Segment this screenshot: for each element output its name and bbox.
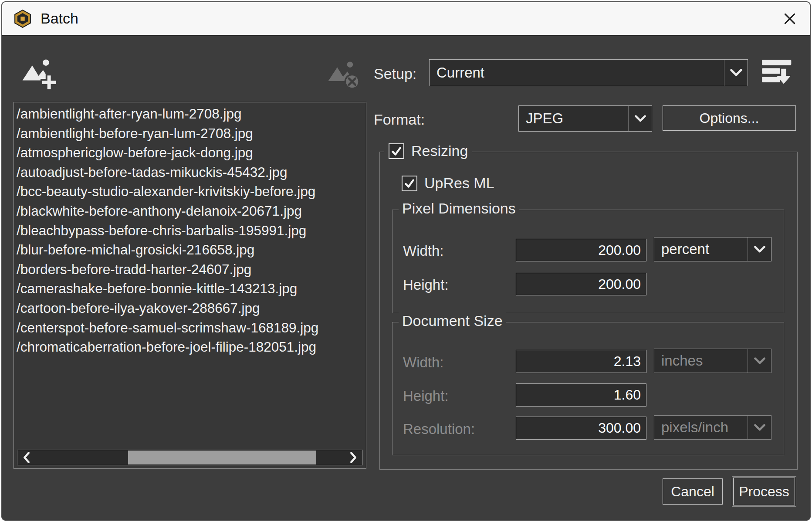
document-size-title: Document Size [402, 312, 503, 329]
process-button[interactable]: Process [733, 478, 795, 505]
doc-width-input [516, 350, 646, 373]
scroll-left-icon[interactable] [17, 450, 36, 465]
window-title: Batch [41, 10, 78, 27]
doc-width-unit-dropdown: inches [654, 349, 771, 373]
file-list-rows: /ambientlight-after-ryan-lum-2708.jpg/am… [14, 104, 366, 357]
chevron-down-icon [748, 349, 771, 373]
pixel-width-label: Width: [403, 243, 444, 259]
doc-height-label: Height: [403, 388, 449, 404]
doc-resolution-unit-value: pixels/inch [654, 419, 748, 436]
close-icon[interactable] [781, 10, 798, 27]
file-list-item[interactable]: /cartoon-before-ilya-yakover-288667.jpg [14, 298, 366, 318]
doc-resolution-label: Resolution: [403, 421, 475, 437]
chevron-down-icon [724, 60, 748, 86]
file-list-item[interactable]: /bleachbypass-before-chris-barbalis-1959… [14, 221, 366, 241]
app-icon [14, 10, 32, 28]
doc-width-unit-value: inches [654, 353, 748, 369]
file-list-item[interactable]: /ambientlight-after-ryan-lum-2708.jpg [14, 104, 366, 124]
scrollbar-thumb[interactable] [128, 451, 316, 464]
upres-ml-checkbox[interactable] [402, 176, 417, 191]
title-bar: Batch [2, 2, 810, 36]
add-files-icon[interactable] [21, 54, 58, 91]
resizing-group: Resizing UpRes ML Pixel Dimensions Width… [379, 152, 798, 470]
chevron-down-icon [748, 237, 771, 261]
format-dropdown-value: JPEG [519, 110, 628, 127]
file-list-item[interactable]: /borders-before-tradd-harter-24607.jpg [14, 260, 366, 279]
options-button[interactable]: Options... [663, 105, 796, 131]
doc-resolution-input [516, 417, 646, 440]
format-dropdown[interactable]: JPEG [518, 105, 652, 132]
pixel-dimensions-group: Pixel Dimensions Width: percent Height: [392, 210, 784, 313]
file-list-item[interactable]: /ambientlight-before-ryan-lum-2708.jpg [14, 124, 366, 143]
resizing-legend: Resizing [384, 142, 472, 159]
doc-width-label: Width: [403, 354, 444, 371]
file-list-item[interactable]: /camerashake-before-bonnie-kittle-143213… [14, 279, 366, 298]
file-list-item[interactable]: /centerspot-before-samuel-scrimshaw-1681… [14, 318, 366, 338]
batch-dialog: Batch Setup: Current [1, 1, 811, 521]
document-size-group: Document Size Width: inches Height: Reso… [392, 322, 784, 455]
file-list-item[interactable]: /atmosphericglow-before-jack-dong.jpg [14, 143, 366, 163]
file-list-item[interactable]: /autoadjust-before-tadas-mikuckis-45432.… [14, 163, 366, 182]
file-list-item[interactable]: /blackwhite-before-anthony-delanoix-2067… [14, 201, 366, 221]
pixel-height-input[interactable] [516, 273, 646, 295]
pixel-width-unit-dropdown[interactable]: percent [654, 237, 771, 261]
setup-label: Setup: [374, 65, 416, 82]
pixel-width-unit-value: percent [654, 241, 748, 258]
file-list-item[interactable]: /chromaticaberration-before-joel-filipe-… [14, 337, 366, 357]
file-list-item[interactable]: /blur-before-michal-grosicki-216658.jpg [14, 240, 366, 260]
doc-height-input [516, 383, 646, 407]
scrollbar-track[interactable] [36, 450, 344, 465]
file-list[interactable]: /ambientlight-after-ryan-lum-2708.jpg/am… [14, 102, 366, 469]
scroll-right-icon[interactable] [344, 450, 362, 465]
remove-file-icon [327, 57, 361, 91]
upres-ml-label: UpRes ML [424, 175, 494, 192]
resizing-label: Resizing [411, 142, 468, 159]
save-preset-icon[interactable] [761, 57, 793, 89]
document-size-legend: Document Size [399, 312, 506, 329]
setup-dropdown-value: Current [430, 64, 724, 81]
dialog-body: Setup: Current /ambientlight-after-ryan-… [2, 37, 810, 520]
pixel-dimensions-title: Pixel Dimensions [402, 200, 516, 217]
pixel-width-input[interactable] [516, 239, 646, 261]
upres-row: UpRes ML [402, 175, 494, 192]
pixel-height-label: Height: [403, 277, 449, 293]
chevron-down-icon [748, 416, 771, 439]
format-label: Format: [374, 111, 425, 128]
doc-resolution-unit-dropdown: pixels/inch [654, 415, 771, 440]
file-list-item[interactable]: /bcc-beauty-studio-alexander-krivitskiy-… [14, 182, 366, 201]
pixel-dimensions-legend: Pixel Dimensions [399, 200, 519, 217]
resizing-checkbox[interactable] [389, 143, 404, 159]
chevron-down-icon [628, 106, 652, 131]
horizontal-scrollbar[interactable] [17, 450, 363, 465]
cancel-button[interactable]: Cancel [663, 478, 723, 505]
setup-dropdown[interactable]: Current [429, 59, 748, 86]
